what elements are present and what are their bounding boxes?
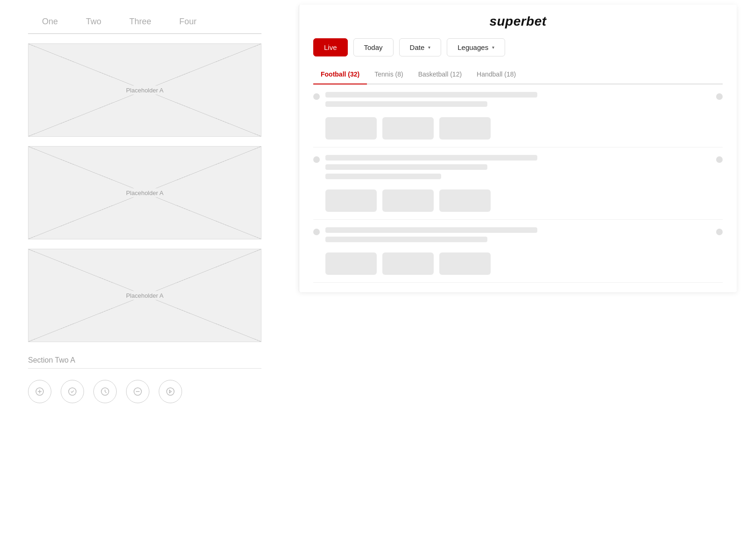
event-dot-right-3 [716,229,723,235]
leagues-chevron-icon: ▾ [492,45,494,50]
circle-icon-5 [165,386,176,397]
placeholder-label-2: Placeholder A [123,189,166,197]
odd-box-3b[interactable] [382,252,434,275]
left-panel: One Two Three Four Placeholder A Placeho… [0,0,289,560]
event-card-3[interactable] [313,220,723,283]
odds-row-1 [325,117,723,140]
event-header-2 [313,155,723,183]
logo-text: superbet [489,14,546,29]
event-list [313,84,723,283]
event-header-1 [313,92,723,111]
superbet-logo: superbet [313,14,723,29]
skeleton-line-2c [325,174,441,179]
tab-four[interactable]: Four [165,9,211,33]
filter-live[interactable]: Live [313,38,348,56]
placeholder-box-2: Placeholder A [28,146,261,239]
event-dot-1 [313,93,320,100]
icon-circle-2[interactable] [61,380,84,403]
placeholder-box-1: Placeholder A [28,43,261,137]
event-dot-right-1 [716,93,723,100]
section-two: Section Two A [28,351,261,403]
sport-tabs: Football (32) Tennis (8) Basketball (12)… [313,66,723,84]
odd-box-1c[interactable] [439,117,491,140]
tab-two[interactable]: Two [72,9,115,33]
event-info-1 [325,92,711,111]
circle-icon-2 [67,386,78,397]
odd-box-2c[interactable] [439,189,491,212]
odds-row-3 [325,252,723,275]
event-dot-2 [313,156,320,163]
sport-tab-football[interactable]: Football (32) [313,66,367,84]
filter-date[interactable]: Date ▾ [399,38,442,56]
event-dot-right-2 [716,156,723,163]
icon-row [28,375,261,403]
placeholder-label-3: Placeholder A [123,291,166,300]
circle-icon-1 [34,386,45,397]
sport-tab-tennis[interactable]: Tennis (8) [367,66,410,84]
event-info-2 [325,155,711,183]
icon-circle-4[interactable] [126,380,149,403]
icon-circle-1[interactable] [28,380,51,403]
event-card-1[interactable] [313,84,723,147]
skeleton-line-3b [325,237,487,242]
circle-icon-4 [132,386,143,397]
skeleton-line-2b [325,164,487,170]
tab-one[interactable]: One [28,9,72,33]
placeholder-box-3: Placeholder A [28,249,261,342]
odd-box-1b[interactable] [382,117,434,140]
sport-tab-handball[interactable]: Handball (18) [469,66,523,84]
placeholder-label-1: Placeholder A [123,86,166,95]
skeleton-line-2a [325,155,537,161]
event-info-3 [325,227,711,246]
odds-row-2 [325,189,723,212]
event-card-2[interactable] [313,147,723,220]
tab-three[interactable]: Three [115,9,165,33]
odd-box-3c[interactable] [439,252,491,275]
right-panel: superbet Live Today Date ▾ Leguages ▾ Fo… [299,5,737,292]
sport-tab-basketball[interactable]: Basketball (12) [411,66,469,84]
icon-circle-3[interactable] [93,380,117,403]
icon-circle-5[interactable] [159,380,182,403]
filter-today[interactable]: Today [353,38,394,56]
date-chevron-icon: ▾ [428,45,430,50]
tab-navigation: One Two Three Four [28,9,261,34]
section-two-title: Section Two A [28,356,261,369]
svg-point-4 [167,388,174,395]
circle-icon-3 [99,386,111,397]
skeleton-line-1b [325,101,487,107]
top-filters: Live Today Date ▾ Leguages ▾ [313,38,723,56]
odd-box-2a[interactable] [325,189,377,212]
event-header-3 [313,227,723,246]
skeleton-line-1a [325,92,537,98]
odd-box-2b[interactable] [382,189,434,212]
event-dot-3 [313,229,320,235]
odd-box-3a[interactable] [325,252,377,275]
filter-leagues[interactable]: Leguages ▾ [447,38,505,56]
skeleton-line-3a [325,227,537,233]
odd-box-1a[interactable] [325,117,377,140]
